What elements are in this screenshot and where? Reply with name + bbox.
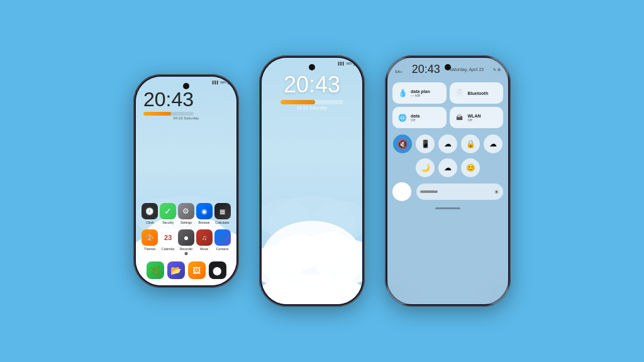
cc-cloud2-btn[interactable]: ☁ [438,158,457,177]
svg-point-16 [304,233,355,266]
dock-gallery[interactable]: 🖼 [188,261,206,279]
cc-quick-row-2: 🌙 ☁ 😊 [387,156,508,180]
phone-2-screen: ▌▌▌ WiFi ▓ 20:43 04.23 Saturday [262,58,362,304]
phone-1: ▌▌▌ WiFi ▓ 20:43 04.23 Saturday 🕗 Clock … [133,74,239,288]
app-themes-label: Themes [144,247,155,251]
app-contacts-label: Contacts [216,247,229,251]
cc-date: Saturday, April 23 [449,67,484,72]
cc-bluetooth-icon: 🦷 [455,88,465,98]
cc-tiles-row-1: 💧 data plan — MB 🦷 Bluetooth [392,82,503,104]
dock-files[interactable]: 📂 [167,261,185,279]
app-calendar-label: Calendar [162,247,174,251]
browser-icon: ◉ [196,203,213,219]
phone-2: ▌▌▌ WiFi ▓ 20:43 04.23 Saturday [259,55,365,307]
lock-status-icons: ▌▌▌ WiFi ▓ [338,62,356,65]
dock: 🌿 📂 🖼 ⬤ [145,261,228,279]
cc-mobile-data-text: data Off [411,114,419,122]
app-music[interactable]: ♫ Music [196,229,213,251]
cc-settings-icon[interactable]: ⚙ [497,67,501,72]
app-security-label: Security [162,221,174,224]
app-contacts[interactable]: 👤 Contacts [214,229,231,251]
signal-icon: ▌▌▌ [213,80,219,84]
app-clock[interactable]: 🕗 Clock [141,203,158,224]
app-row-2: 🎨 Themes 23 Calendar ● Recorder ♫ Music … [141,229,231,251]
home-date: 04.23 Saturday [143,116,229,120]
cc-date-container: Saturday, April 23 [449,67,484,72]
cc-data-plan-text: data plan — MB [411,89,430,97]
app-settings-label: Settings [180,221,192,224]
phone-3-screen: SA+ 20:43 Saturday, April 23 ✎ ⚙ 💧 [387,58,508,304]
lock-clock-time: 20:43 [262,74,362,96]
lock-signal: ▌▌▌ [338,62,345,65]
cc-brightness-slider[interactable]: ☀ [416,184,503,200]
control-center: SA+ 20:43 Saturday, April 23 ✎ ⚙ 💧 [387,58,508,304]
cc-carrier-label: SA+ [395,70,402,74]
app-security[interactable]: ✓ Security [159,203,177,224]
cc-tiles-row-2: 🌐 data Off 🏔 WLAN Off [392,107,503,128]
cc-brightness-fill [420,190,438,193]
lockscreen-clock-container: 20:43 04.23 Saturday [262,74,362,110]
home-clock-time: 20:43 [143,89,229,109]
cc-lock-btn[interactable]: 🔒 [461,134,480,153]
app-music-label: Music [200,247,208,251]
cc-nfc-btn[interactable]: 📱 [416,134,435,153]
cc-data-plan-tile[interactable]: 💧 data plan — MB [392,82,447,104]
security-icon: ✓ [160,203,176,219]
lockscreen-clouds [262,144,362,304]
cc-cloud-btn[interactable]: ☁ [484,134,502,153]
lock-progress-fill [280,100,315,104]
status-icons: ▌▌▌ WiFi ▓ [213,80,230,84]
battery-status: ▓ [228,80,230,84]
themes-icon: 🎨 [142,229,158,246]
cc-emoji-btn[interactable]: 😊 [461,158,480,177]
app-browser[interactable]: ◉ Browser [196,203,213,224]
app-calculator-label: Calculator [215,221,230,224]
lockscreen-clouds-svg [262,144,362,304]
progress-fill [143,112,171,116]
cc-mute-btn[interactable]: 🔇 [393,134,412,153]
cc-status-left: SA+ [395,64,402,75]
cc-bluetooth-text: Bluetooth [468,91,489,96]
cc-wlan-tile[interactable]: 🏔 WLAN Off [450,107,504,128]
calculator-icon: ▦ [214,203,231,219]
lock-date: 04.23 Saturday [262,106,362,110]
app-row-1: 🕗 Clock ✓ Security ⚙ Settings ◉ Browser … [141,203,231,224]
lock-progress-bar [280,100,343,104]
punch-hole-2 [309,64,315,70]
cc-data-plan-icon: 💧 [397,88,408,98]
cc-mobile-data-icon: 🌐 [397,112,408,123]
recorder-icon: ● [178,229,194,246]
cc-mobile-data-label: data [411,114,419,118]
cc-time: 20:43 [412,63,440,76]
wifi-status-icon: WiFi [220,80,226,84]
cc-mobile-data-tile[interactable]: 🌐 data Off [392,107,447,128]
cc-data-plan-label: data plan [411,89,430,94]
app-browser-label: Browser [199,221,210,224]
clock-widget: 20:43 04.23 Saturday [143,89,229,120]
cc-wlan-icon: 🏔 [455,112,465,123]
app-calendar[interactable]: 23 Calendar [159,229,177,251]
phone-3: SA+ 20:43 Saturday, April 23 ✎ ⚙ 💧 [385,55,511,307]
cc-mobile-data-sub: Off [411,118,419,122]
cc-bluetooth-tile[interactable]: 🦷 Bluetooth [450,82,504,104]
cc-edit-icon[interactable]: ✎ [493,67,496,72]
app-settings[interactable]: ⚙ Settings [177,203,195,224]
cc-tiles: 💧 data plan — MB 🦷 Bluetooth [387,79,508,132]
page-indicator [185,252,188,255]
cc-brightness-circle [392,182,411,201]
lock-battery: ▓ [353,62,356,65]
cc-bluetooth-label: Bluetooth [468,91,489,96]
app-grid: 🕗 Clock ✓ Security ⚙ Settings ◉ Browser … [141,203,231,251]
clock-icon: 🕗 [142,203,158,219]
app-themes[interactable]: 🎨 Themes [141,229,158,251]
app-calculator[interactable]: ▦ Calculator [214,203,231,224]
dock-camera[interactable]: ⬤ [209,261,226,279]
app-recorder[interactable]: ● Recorder [177,229,195,251]
cc-slider-row: ☀ [387,180,508,204]
cc-wlan-text: WLAN Off [468,114,481,122]
phone-1-screen: ▌▌▌ WiFi ▓ 20:43 04.23 Saturday 🕗 Clock … [136,77,236,285]
cc-moon-btn[interactable]: 🌙 [416,158,435,177]
dock-phone[interactable]: 🌿 [147,261,164,279]
cc-wlan-label: WLAN [468,114,481,118]
cc-cast-btn[interactable]: ☁ [438,134,457,153]
